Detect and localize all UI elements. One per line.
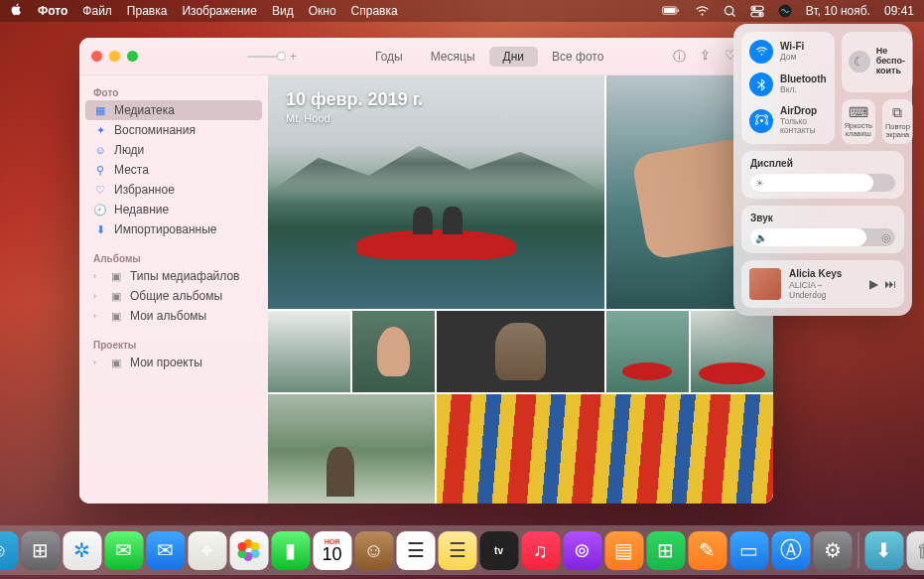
dock-downloads-icon[interactable]: ⬇ (864, 531, 903, 570)
bluetooth-toggle[interactable]: BluetoothВкл. (749, 72, 827, 96)
play-icon[interactable]: ▶ (869, 277, 878, 291)
dock-books-icon[interactable]: ▤ (604, 531, 643, 570)
menubar: Фото Файл Правка Изображение Вид Окно Сп… (0, 0, 924, 22)
display-brightness-slider[interactable]: ☀ (750, 174, 895, 192)
now-playing-tile[interactable]: Alicia Keys ALICIA – Underdog ▶ ⏭ (741, 260, 904, 308)
day-date: 10 февр. 2019 г. (286, 89, 423, 110)
sidebar-item-memories[interactable]: ✦Воспоминания (79, 120, 268, 140)
bluetooth-icon (749, 72, 773, 96)
segment-allphotos[interactable]: Все фото (538, 47, 617, 67)
menubar-item-file[interactable]: Файл (82, 4, 112, 18)
dock-maps-icon[interactable]: ⌖ (188, 531, 226, 570)
dock-photos-icon[interactable] (229, 531, 268, 570)
sound-volume-slider[interactable]: 🔈 ◎ (750, 228, 895, 246)
sidebar-header-albums: Альбомы (79, 247, 268, 266)
battery-icon[interactable] (661, 6, 681, 16)
photo-thumbnail[interactable] (691, 311, 773, 392)
dock-mail-icon[interactable]: ✉ (146, 531, 185, 570)
airdrop-toggle[interactable]: AirDropТолько контакты (749, 105, 827, 136)
sidebar-item-myprojects[interactable]: ›▣Мои проекты (79, 353, 268, 372)
sidebar-item-library[interactable]: ▦Медиатека (85, 100, 262, 120)
wifi-icon[interactable] (695, 6, 710, 17)
next-track-icon[interactable]: ⏭ (884, 277, 896, 291)
photo-thumbnail[interactable] (268, 311, 350, 392)
menubar-time[interactable]: 09:41 (884, 4, 914, 18)
screen-mirror-icon: ⧉ (885, 104, 910, 121)
dock-music-icon[interactable]: ♫ (521, 531, 560, 570)
dock-contacts-icon[interactable]: ☺ (354, 531, 393, 570)
dock-numbers-icon[interactable]: ⊞ (646, 531, 685, 570)
sidebar-item-myalbums[interactable]: ›▣Мои альбомы (79, 306, 268, 326)
chevron-right-icon: › (93, 358, 101, 367)
dock-trash-icon[interactable]: 🗑 (906, 531, 924, 570)
zoom-button[interactable] (127, 51, 138, 62)
sidebar: Фото ▦Медиатека ✦Воспоминания ☺Люди ⚲Мес… (79, 75, 268, 504)
thumbnail-size-slider[interactable]: + (247, 50, 297, 64)
dock-keynote-icon[interactable]: ▭ (729, 531, 768, 570)
sidebar-header-photos: Фото (79, 81, 268, 100)
segment-months[interactable]: Месяцы (417, 47, 489, 67)
dock-finder-icon[interactable]: ☺ (0, 531, 18, 570)
dock-launchpad-icon[interactable]: ⊞ (21, 531, 60, 570)
menubar-item-view[interactable]: Вид (272, 4, 294, 18)
dock-messages-icon[interactable]: ✉ (104, 531, 143, 570)
sidebar-item-people[interactable]: ☺Люди (79, 140, 268, 160)
menubar-item-help[interactable]: Справка (351, 4, 398, 18)
dock-podcasts-icon[interactable]: ⊚ (563, 531, 601, 570)
photo-thumbnail[interactable] (606, 311, 689, 392)
dock: ☺ ⊞ ✲ ✉ ✉ ⌖ ▮ НОЯ10 ☺ ☰ ☰ tv ♫ ⊚ ▤ ⊞ ✎ ▭… (0, 525, 924, 575)
menubar-item-image[interactable]: Изображение (182, 4, 257, 18)
apple-menu-icon[interactable] (10, 3, 23, 19)
folder-icon: ▣ (109, 269, 123, 283)
photos-window: + Годы Месяцы Дни Все фото ⓘ ⇪ ♡ ↺ Фото … (79, 38, 773, 504)
close-button[interactable] (91, 51, 102, 62)
sidebar-item-favorites[interactable]: ♡Избранное (79, 180, 268, 200)
menubar-app-name[interactable]: Фото (38, 4, 67, 18)
sound-section: Звук 🔈 ◎ (741, 206, 904, 253)
sidebar-item-places[interactable]: ⚲Места (79, 160, 268, 180)
segment-years[interactable]: Годы (361, 47, 417, 67)
wifi-toggle[interactable]: Wi-FiДом (749, 40, 827, 64)
dock-calendar-icon[interactable]: НОЯ10 (313, 531, 351, 570)
photo-thumbnail[interactable] (352, 311, 435, 392)
siri-icon[interactable] (778, 4, 792, 18)
airplay-audio-icon[interactable]: ◎ (881, 231, 891, 244)
dock-reminders-icon[interactable]: ☰ (396, 531, 435, 570)
sidebar-item-mediatypes[interactable]: ›▣Типы медиафайлов (79, 266, 268, 286)
photo-thumbnail[interactable] (437, 394, 773, 504)
dock-facetime-icon[interactable]: ▮ (271, 531, 310, 570)
dnd-toggle[interactable]: ☾ Не беспо- коить (842, 32, 913, 92)
search-icon[interactable] (724, 5, 736, 18)
dock-notes-icon[interactable]: ☰ (438, 531, 476, 570)
screen-mirroring-button[interactable]: ⧉ Повтор экрана (882, 99, 913, 145)
connectivity-tile: Wi-FiДом BluetoothВкл. AirDropТолько кон… (741, 32, 835, 144)
dock-appstore-icon[interactable]: Ⓐ (771, 531, 810, 570)
minimize-button[interactable] (109, 51, 120, 62)
dock-pages-icon[interactable]: ✎ (688, 531, 726, 570)
info-icon[interactable]: ⓘ (673, 48, 686, 66)
control-center-icon[interactable] (750, 5, 764, 18)
photo-thumbnail[interactable] (437, 311, 603, 392)
dock-safari-icon[interactable]: ✲ (63, 531, 101, 570)
sidebar-item-recents[interactable]: 🕘Недавние (79, 200, 268, 219)
people-icon: ☺ (93, 143, 107, 157)
album-art (749, 268, 781, 300)
menubar-item-window[interactable]: Окно (309, 4, 336, 18)
menubar-item-edit[interactable]: Правка (127, 4, 168, 18)
dock-settings-icon[interactable]: ⚙ (813, 531, 852, 570)
day-header: 10 февр. 2019 г. Mt. Hood (286, 89, 423, 124)
sidebar-item-imports[interactable]: ⬇Импортированные (79, 219, 268, 239)
display-brightness-section: Дисплей ☀ (741, 151, 904, 199)
share-icon[interactable]: ⇪ (700, 48, 711, 66)
clock-icon: 🕘 (93, 203, 107, 217)
photo-thumbnail[interactable] (268, 394, 435, 504)
svg-point-3 (725, 6, 732, 14)
sidebar-item-shared[interactable]: ›▣Общие альбомы (79, 286, 268, 306)
dock-separator (858, 532, 858, 568)
menubar-date[interactable]: Вт, 10 нояб. (806, 4, 870, 18)
dock-tv-icon[interactable]: tv (479, 531, 518, 570)
sun-icon: ☀ (755, 178, 764, 189)
keyboard-brightness-button[interactable]: ⌨ Яркость клавиш (842, 99, 875, 145)
segment-days[interactable]: Дни (489, 47, 538, 67)
view-segmented-control: Годы Месяцы Дни Все фото (361, 47, 617, 67)
